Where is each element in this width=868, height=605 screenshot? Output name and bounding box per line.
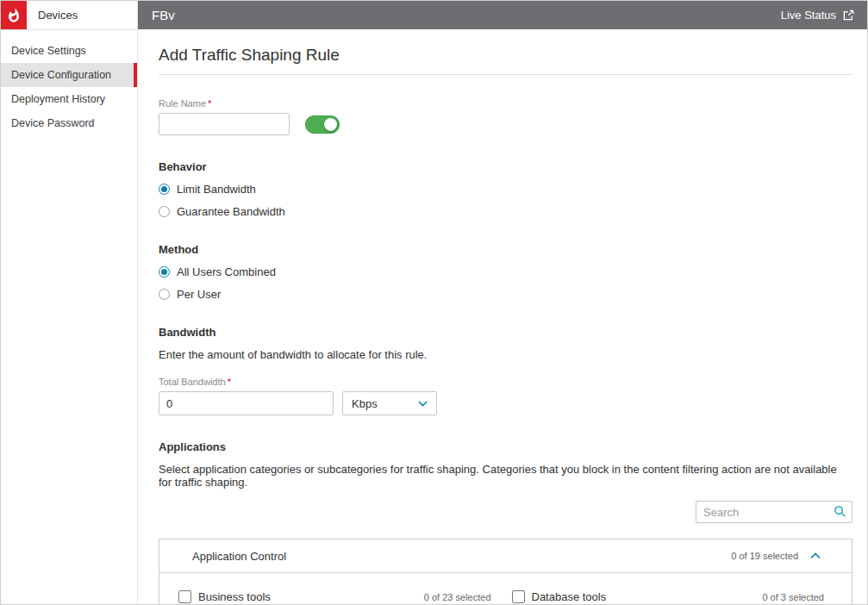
bandwidth-description: Enter the amount of bandwidth to allocat…: [159, 348, 852, 361]
group-selected-summary: 0 of 19 selected: [731, 551, 798, 561]
sidebar-item-label: Device Configuration: [11, 69, 111, 81]
list-item-database-tools: Database tools 0 of 3 selected: [512, 590, 825, 603]
sidebar-item-deployment-history[interactable]: Deployment History: [1, 87, 137, 111]
radio-per-user[interactable]: Per User: [159, 288, 852, 301]
method-section: Method All Users Combined Per User: [159, 243, 852, 301]
search-icon[interactable]: [834, 505, 846, 518]
radio-guarantee-bandwidth[interactable]: Guarantee Bandwidth: [159, 205, 852, 218]
group-title: Application Control: [192, 550, 286, 563]
search-box: [696, 501, 852, 523]
applications-description: Select application categories or subcate…: [159, 463, 852, 489]
page-title: Add Traffic Shaping Rule: [159, 46, 852, 65]
required-marker: *: [208, 98, 211, 109]
top-bar: FBv Live Status: [138, 1, 867, 29]
total-bandwidth-row: Kbps: [159, 391, 852, 415]
rule-name-label: Rule Name*: [159, 98, 852, 109]
checkbox[interactable]: [512, 590, 525, 603]
radio-icon: [159, 184, 170, 195]
main-area: FBv Live Status Add Traffic Shaping Rule…: [138, 1, 867, 604]
checkbox[interactable]: [178, 590, 191, 603]
bandwidth-section: Bandwidth Enter the amount of bandwidth …: [159, 326, 852, 415]
sidebar-item-label: Device Password: [11, 117, 95, 129]
method-heading: Method: [159, 243, 852, 256]
radio-icon: [159, 289, 170, 300]
sidebar-header: Devices: [1, 1, 137, 30]
sidebar-item-label: Device Settings: [11, 45, 86, 57]
radio-all-users-combined[interactable]: All Users Combined: [159, 265, 852, 278]
applications-heading: Applications: [159, 440, 852, 453]
sidebar-item-device-configuration[interactable]: Device Configuration: [1, 63, 137, 87]
sidebar-item-label: Deployment History: [11, 93, 105, 105]
behavior-section: Behavior Limit Bandwidth Guarantee Bandw…: [159, 160, 852, 218]
flame-icon: [6, 8, 22, 23]
radio-icon: [159, 266, 170, 278]
device-name: FBv: [152, 8, 175, 22]
sidebar-item-device-password[interactable]: Device Password: [1, 111, 137, 135]
radio-icon: [159, 206, 170, 217]
toggle-knob: [324, 118, 337, 131]
application-control-panel: Application Control 0 of 19 selected Bus…: [159, 539, 852, 604]
required-marker: *: [228, 377, 231, 387]
sidebar-title: Devices: [38, 9, 78, 22]
total-bandwidth-input[interactable]: [159, 391, 334, 415]
live-status-label: Live Status: [781, 9, 836, 22]
rule-name-row: [159, 113, 852, 135]
bandwidth-unit-select[interactable]: Kbps: [342, 391, 437, 415]
applications-section: Applications Select application categori…: [159, 440, 852, 604]
chevron-down-icon: [418, 401, 428, 407]
radio-limit-bandwidth[interactable]: Limit Bandwidth: [159, 183, 852, 196]
title-divider: [159, 74, 852, 75]
watchguard-logo[interactable]: [1, 1, 27, 29]
page-content: Add Traffic Shaping Rule Rule Name* Beha…: [138, 29, 867, 604]
search-input[interactable]: [696, 501, 852, 523]
list-item-business-tools: Business tools 0 of 23 selected: [178, 590, 491, 603]
live-status-link[interactable]: Live Status: [781, 9, 855, 22]
bandwidth-heading: Bandwidth: [159, 326, 852, 339]
sidebar-nav: Device Settings Device Configuration Dep…: [1, 30, 137, 135]
sidebar: Devices Device Settings Device Configura…: [1, 1, 138, 604]
rule-enable-toggle[interactable]: [305, 115, 340, 134]
app-window: Devices Device Settings Device Configura…: [0, 0, 868, 605]
total-bandwidth-label: Total Bandwidth*: [159, 377, 852, 387]
external-link-icon: [842, 9, 855, 22]
search-row: [159, 501, 852, 523]
sidebar-item-device-settings[interactable]: Device Settings: [1, 39, 137, 63]
application-control-header[interactable]: Application Control 0 of 19 selected: [159, 540, 852, 573]
selected-unit: Kbps: [352, 397, 378, 410]
application-list: Business tools 0 of 23 selected Database…: [159, 573, 852, 604]
chevron-up-icon[interactable]: [810, 552, 821, 559]
behavior-heading: Behavior: [159, 160, 852, 173]
rule-name-input[interactable]: [159, 113, 290, 135]
